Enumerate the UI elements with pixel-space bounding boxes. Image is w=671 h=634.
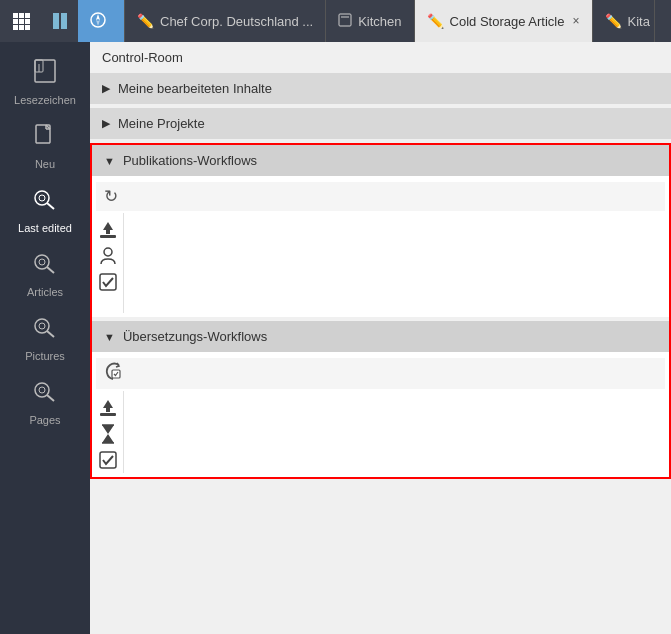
publikations-content: ↻ (92, 176, 669, 317)
sidebar-label-pages: Pages (29, 414, 60, 426)
tab-cold-storage-label: Cold Storage Article (450, 14, 565, 29)
publikations-label: Publikations-Workflows (123, 153, 257, 168)
spin-icon-ueb (104, 362, 124, 385)
tab-close-cold[interactable]: × (572, 14, 579, 28)
pub-side-icons (92, 213, 124, 313)
download-btn-pub[interactable] (96, 218, 120, 242)
uebersetzungs-section: ▼ Übersetzungs-Workflows (92, 321, 669, 477)
sidebar-item-articles[interactable]: Articles (0, 242, 90, 306)
accordion-header-meine-inhalte[interactable]: ▶ Meine bearbeiteten Inhalte (90, 73, 671, 104)
pages-icon (32, 378, 58, 410)
svg-point-25 (39, 259, 45, 265)
svg-point-22 (39, 195, 45, 201)
compass-icon (90, 12, 106, 31)
tab-kita[interactable]: ✏️ Kita (593, 0, 655, 42)
page-icon-kitchen (338, 13, 352, 30)
spin-icon-pub: ↻ (104, 186, 118, 207)
arrow-icon-meine-inhalte: ▶ (102, 82, 110, 95)
svg-rect-7 (19, 25, 24, 30)
grid-icon[interactable] (0, 0, 42, 42)
last-edited-icon (32, 186, 58, 218)
hourglass-btn-ueb[interactable] (96, 422, 120, 446)
svg-rect-32 (100, 235, 116, 238)
tab-bar: ✏️ Chef Corp. Deutschland ... Kitchen ✏️… (0, 0, 671, 42)
content-area: Control-Room ▶ Meine bearbeiteten Inhalt… (90, 42, 671, 634)
edit-icon-chef: ✏️ (137, 13, 154, 29)
uebersetzungs-content (92, 352, 669, 477)
svg-line-27 (47, 331, 54, 337)
uebersetzungs-label: Übersetzungs-Workflows (123, 329, 267, 344)
sidebar-label-articles: Articles (27, 286, 63, 298)
edit-icon-kita: ✏️ (605, 13, 622, 29)
svg-rect-41 (100, 452, 116, 468)
sidebar: Lesezeichen Neu Last edited (0, 42, 90, 634)
svg-marker-10 (96, 14, 100, 20)
sidebar-item-last-edited[interactable]: Last edited (0, 178, 90, 242)
svg-line-24 (47, 267, 54, 273)
sidebar-item-pages[interactable]: Pages (0, 370, 90, 434)
svg-marker-38 (103, 400, 113, 412)
red-outlined-section: ▼ Publikations-Workflows ↻ (90, 143, 671, 479)
accordion-header-meine-projekte[interactable]: ▶ Meine Projekte (90, 108, 671, 139)
tab-compass[interactable] (78, 0, 125, 42)
svg-rect-2 (25, 13, 30, 18)
sidebar-label-neu: Neu (35, 158, 55, 170)
svg-point-28 (39, 323, 45, 329)
tab-kitchen-label: Kitchen (358, 14, 401, 29)
lesezeichen-icon (32, 58, 58, 90)
svg-rect-3 (13, 19, 18, 24)
svg-point-29 (35, 383, 49, 397)
sidebar-label-pictures: Pictures (25, 350, 65, 362)
tab-kitchen[interactable]: Kitchen (326, 0, 414, 42)
book-icon[interactable] (42, 0, 78, 42)
sidebar-item-pictures[interactable]: Pictures (0, 306, 90, 370)
ueb-side-icons (92, 391, 124, 473)
download-btn-ueb[interactable] (96, 396, 120, 420)
person-btn-pub[interactable] (96, 244, 120, 268)
svg-rect-35 (100, 274, 116, 290)
uebersetzungs-arrow: ▼ (104, 331, 115, 343)
svg-line-21 (47, 203, 54, 209)
checkbox-btn-pub[interactable] (96, 270, 120, 294)
sidebar-label-lesezeichen: Lesezeichen (14, 94, 76, 106)
articles-icon (32, 250, 58, 282)
workflow-spin-row-ueb (96, 358, 665, 389)
svg-point-20 (35, 191, 49, 205)
svg-rect-6 (13, 25, 18, 30)
sidebar-item-neu[interactable]: Neu (0, 114, 90, 178)
sidebar-item-lesezeichen[interactable]: Lesezeichen (0, 50, 90, 114)
accordion-label-meine-inhalte: Meine bearbeiteten Inhalte (118, 81, 272, 96)
accordion-meine-inhalte: ▶ Meine bearbeiteten Inhalte (90, 73, 671, 104)
ueb-inner-layout (92, 391, 669, 473)
edit-icon-cold: ✏️ (427, 13, 444, 29)
svg-rect-8 (25, 25, 30, 30)
breadcrumb: Control-Room (90, 42, 671, 73)
svg-marker-11 (96, 20, 100, 26)
workflow-spin-row-pub: ↻ (96, 182, 665, 211)
pub-inner-layout (92, 213, 669, 313)
svg-rect-1 (19, 13, 24, 18)
neu-icon (32, 122, 58, 154)
svg-point-34 (104, 248, 112, 256)
accordion-meine-projekte: ▶ Meine Projekte (90, 108, 671, 139)
uebersetzungs-header[interactable]: ▼ Übersetzungs-Workflows (92, 321, 669, 352)
arrow-icon-meine-projekte: ▶ (102, 117, 110, 130)
sidebar-label-last-edited: Last edited (18, 222, 72, 234)
publikations-arrow: ▼ (104, 155, 115, 167)
svg-point-31 (39, 387, 45, 393)
svg-rect-5 (25, 19, 30, 24)
tab-chef-label: Chef Corp. Deutschland ... (160, 14, 313, 29)
svg-rect-14 (35, 60, 55, 82)
svg-rect-12 (339, 14, 351, 26)
tab-kita-label: Kita (628, 14, 650, 29)
svg-point-26 (35, 319, 49, 333)
tab-chef[interactable]: ✏️ Chef Corp. Deutschland ... (125, 0, 326, 42)
checkbox-btn-ueb[interactable] (96, 448, 120, 472)
tab-cold-storage[interactable]: ✏️ Cold Storage Article × (415, 0, 593, 42)
svg-marker-33 (103, 222, 113, 234)
svg-rect-4 (19, 19, 24, 24)
svg-rect-37 (100, 413, 116, 416)
accordion-label-meine-projekte: Meine Projekte (118, 116, 205, 131)
publikations-header[interactable]: ▼ Publikations-Workflows (92, 145, 669, 176)
pictures-icon (32, 314, 58, 346)
